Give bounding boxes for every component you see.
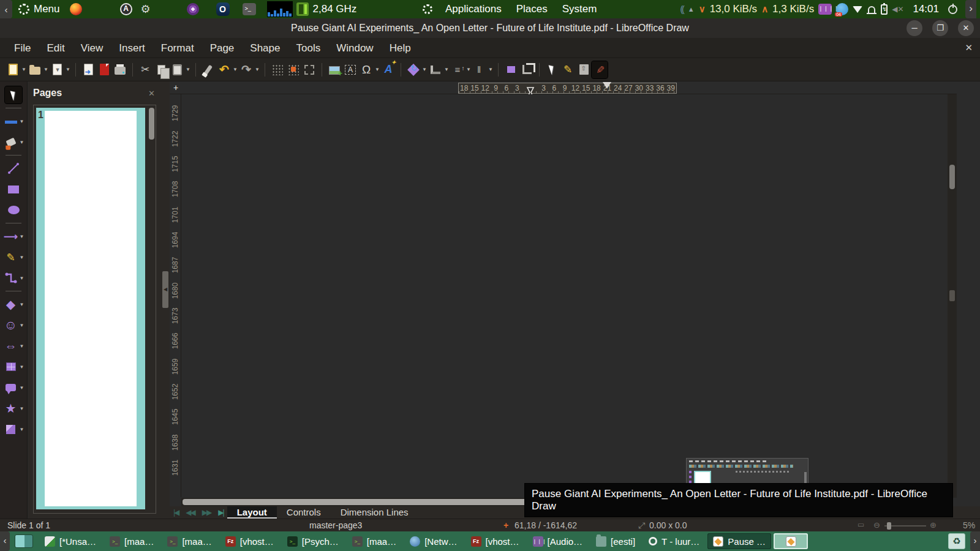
opera-icon[interactable]: O (216, 2, 230, 16)
clock[interactable]: 14:01 (913, 3, 939, 15)
curve-tool[interactable]: ✎ (2, 249, 20, 266)
special-character-dropdown[interactable]: ▼ (374, 61, 380, 78)
open-button[interactable] (27, 61, 43, 78)
task-network[interactable]: [Netw… (404, 533, 462, 549)
scrollbar-split-handle[interactable] (949, 290, 955, 301)
flowchart-dropdown[interactable]: ▼ (20, 364, 25, 370)
close-button[interactable]: ✕ (958, 20, 974, 36)
vertical-ruler[interactable]: 1729 1722 1715 1708 1701 1694 1687 1680 … (170, 94, 181, 497)
task-terminal-1[interactable]: >_ [maa… (104, 533, 159, 549)
print-button[interactable] (112, 61, 128, 78)
show-desktop-button[interactable] (15, 534, 33, 548)
paste-dropdown[interactable]: ▼ (185, 61, 191, 78)
fontwork-button[interactable]: A (380, 61, 396, 78)
task-terminal-4[interactable]: >_ [maa… (347, 533, 402, 549)
undo-dropdown[interactable]: ▼ (232, 61, 238, 78)
menu-view[interactable]: View (73, 38, 111, 58)
battery-icon[interactable]: ↯ (881, 4, 888, 15)
callouts-dropdown[interactable]: ▼ (20, 385, 25, 391)
zoom-level-value[interactable]: 5% (963, 520, 975, 530)
cut-button[interactable]: ✂ (137, 61, 153, 78)
basic-shapes-tool[interactable]: ◆ (2, 296, 20, 313)
window-titlebar[interactable]: Pause Giant AI Experiments_ An Open Lett… (0, 18, 980, 38)
task-opera[interactable]: T - luur… (643, 533, 705, 549)
task-draw-document-hovered[interactable] (774, 533, 808, 549)
drawing-canvas[interactable] (181, 94, 948, 498)
rotate-button[interactable] (405, 61, 421, 78)
connector-dropdown[interactable]: ▼ (20, 276, 25, 281)
zoom-slider-thumb[interactable] (887, 522, 891, 530)
undo-button[interactable]: ↶ (216, 61, 232, 78)
task-unsaved-document[interactable]: [*Unsa… (39, 533, 102, 549)
zoom-in-button[interactable]: ⊕ (930, 520, 937, 530)
crop-button[interactable] (519, 61, 535, 78)
insert-textbox-button[interactable]: A (342, 61, 358, 78)
curve-dropdown[interactable]: ▼ (20, 255, 25, 260)
align-dropdown[interactable]: ▼ (443, 61, 450, 78)
lines-arrows-dropdown[interactable]: ▼ (20, 234, 25, 239)
task-audio[interactable]: ❘❘❘ [Audio… (527, 533, 589, 549)
lines-arrows-tool[interactable]: ⟶ (2, 228, 20, 245)
page-thumbnail-selected[interactable]: 1 (36, 108, 145, 509)
ellipse-tool[interactable] (5, 201, 22, 219)
menu-help[interactable]: Help (382, 38, 419, 58)
settings-gears-icon[interactable]: ⚙ (138, 2, 153, 16)
menu-page[interactable]: Page (202, 38, 243, 58)
connector-tool[interactable] (2, 269, 20, 287)
insert-image-button[interactable] (326, 61, 342, 78)
first-page-button[interactable]: |◀ (173, 508, 178, 517)
task-filezilla-1[interactable]: Fz [vhost… (220, 533, 279, 549)
taskbar-collapse-right-button[interactable]: › (970, 531, 980, 551)
export-pdf-button[interactable] (96, 61, 112, 78)
menu-format[interactable]: Format (153, 38, 202, 58)
distribute-dropdown[interactable]: ▼ (488, 61, 494, 78)
places-menu[interactable]: Places (509, 0, 555, 18)
menu-file[interactable]: File (6, 38, 39, 58)
previous-page-button[interactable]: ◀◀ (186, 508, 194, 517)
weather-applet-icon[interactable] (836, 3, 848, 15)
new-document-button[interactable] (5, 61, 21, 78)
stars-tool[interactable]: ★ (2, 400, 20, 417)
save-dropdown[interactable]: ▼ (65, 61, 71, 78)
paste-button[interactable] (169, 61, 185, 78)
draw-functions-toggle[interactable]: ✎ (592, 61, 608, 78)
tor-browser-icon[interactable] (187, 3, 199, 15)
menu-window[interactable]: Window (328, 38, 381, 58)
clone-formatting-button[interactable] (200, 61, 216, 78)
minimize-button[interactable]: ─ (907, 20, 922, 36)
task-terminal-3[interactable]: >_ [Psych… (282, 533, 344, 549)
tab-layout[interactable]: Layout (227, 506, 277, 519)
show-comments-button[interactable] (576, 61, 592, 78)
taskbar-collapse-left-button[interactable]: ‹ (0, 531, 10, 551)
task-terminal-2[interactable]: >_ [maa… (162, 533, 217, 549)
shadow-button[interactable] (503, 61, 519, 78)
stars-dropdown[interactable]: ▼ (20, 406, 25, 411)
align-button[interactable] (428, 61, 443, 78)
line-style-dropdown[interactable]: ▼ (20, 119, 25, 124)
zoom-out-button[interactable]: ⊖ (873, 520, 880, 530)
notifications-bell-icon[interactable] (868, 6, 875, 13)
block-arrows-dropdown[interactable]: ▼ (20, 343, 25, 349)
cpu-frequency-label[interactable]: 2,84 GHz (313, 3, 357, 15)
audio-applet-icon[interactable]: ❘❘❘❘ (818, 4, 832, 15)
symbol-shapes-dropdown[interactable]: ▼ (20, 323, 25, 328)
search-tool-icon[interactable]: A (120, 3, 132, 15)
copy-button[interactable] (153, 61, 169, 78)
arrange-button[interactable]: ≡ (450, 61, 466, 78)
arrange-dropdown[interactable]: ▼ (466, 61, 472, 78)
tab-controls[interactable]: Controls (277, 506, 331, 519)
fill-color-tool[interactable] (2, 133, 20, 151)
tab-dimension-lines[interactable]: Dimension Lines (331, 506, 418, 519)
network-signal-icon[interactable]: (( (680, 4, 683, 14)
system-menu[interactable]: System (555, 0, 605, 18)
terminal-icon[interactable]: >_ (243, 3, 256, 15)
panel-collapse-right-button[interactable]: › (965, 0, 976, 18)
basic-shapes-dropdown[interactable]: ▼ (20, 302, 25, 307)
rectangle-tool[interactable] (5, 181, 22, 198)
callouts-tool[interactable] (2, 379, 20, 396)
firefox-icon[interactable] (70, 3, 82, 15)
redo-dropdown[interactable]: ▼ (254, 61, 260, 78)
save-button[interactable] (49, 61, 65, 78)
block-arrows-tool[interactable]: ⇔ (2, 337, 20, 354)
export-button[interactable]: ➜ (80, 61, 96, 78)
